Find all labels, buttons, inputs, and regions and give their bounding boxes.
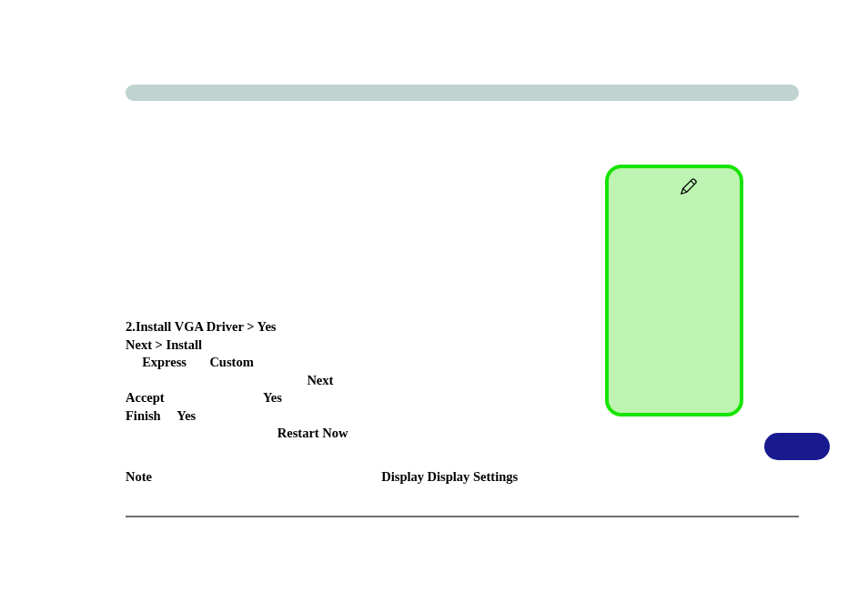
note-line: Note Display Display Settings xyxy=(126,469,518,485)
page-number-badge xyxy=(764,433,830,460)
instruction-line-1: 2.Install VGA Driver > Yes xyxy=(126,318,580,336)
footer-divider xyxy=(126,516,799,517)
note-callout-box xyxy=(605,165,743,416)
instruction-line-5: Accept Yes xyxy=(126,389,580,407)
page: 2.Install VGA Driver > Yes Next > Instal… xyxy=(0,0,868,612)
instruction-line-6: Finish Yes xyxy=(126,407,580,426)
note-text: Display Display Settings xyxy=(381,469,518,484)
header-bar xyxy=(126,85,799,101)
instruction-line-2: Next > Install xyxy=(126,336,580,355)
instruction-block: 2.Install VGA Driver > Yes Next > Instal… xyxy=(126,318,580,443)
instruction-line-4: Next xyxy=(126,372,580,390)
instruction-line-7: Restart Now xyxy=(126,425,580,443)
pen-icon xyxy=(679,176,699,196)
note-label: Note xyxy=(126,469,152,484)
instruction-line-3: Express Custom xyxy=(126,354,580,372)
